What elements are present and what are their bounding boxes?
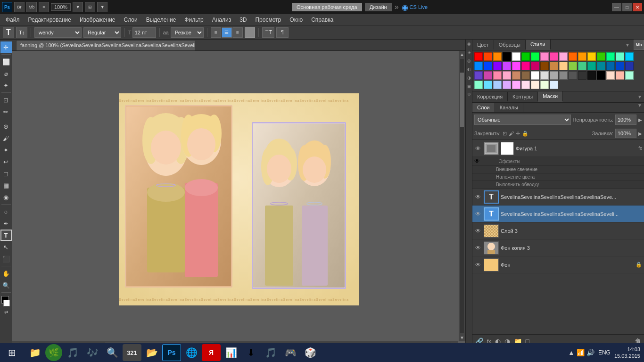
volume-icon[interactable]: 🔊 [586,349,594,356]
tab-contours[interactable]: Контуры [508,92,538,101]
menu-window[interactable]: Окно [286,16,306,24]
swatch-23[interactable] [531,62,539,70]
swatch-4[interactable] [512,52,520,61]
taskbar-presentation[interactable]: 📊 [222,344,240,361]
layer-eye-text2[interactable]: 👁 [474,211,482,217]
taskbar-game1[interactable]: 🎮 [281,344,300,361]
tab-masks[interactable]: Маски [538,91,563,102]
mini-icon-7[interactable]: ⊕ [467,92,471,96]
tab-correction[interactable]: Коррекция [472,92,508,101]
wand-tool[interactable]: ✦ [0,80,12,91]
swatch-17[interactable] [474,62,483,70]
shape-tool[interactable]: ⬛ [0,253,12,264]
menu-file[interactable]: Файл [2,16,24,24]
mini-bridge-icon[interactable]: Mb [26,2,37,12]
move-tool[interactable]: ✛ [0,41,12,53]
scroll-down-arrow[interactable]: ▼ [459,334,465,341]
arrange-dropdown-icon[interactable]: ▼ [97,2,107,12]
swatch-22[interactable] [521,62,530,70]
swatch-48[interactable] [606,71,615,80]
start-button[interactable]: ⊞ [0,343,24,362]
swatch-46[interactable] [587,71,596,80]
time-display[interactable]: 14:03 15.03.2015 [614,346,640,360]
fill-arrow[interactable]: ▶ [638,131,642,136]
menu-help[interactable]: Справка [307,16,337,24]
swatch-47[interactable] [597,71,605,80]
layer-fon[interactable]: 👁 Фон 🔒 [472,256,644,273]
bridge-icon[interactable]: Br [14,2,25,12]
mini-icon-6[interactable]: ▣ [467,84,471,89]
color-picker[interactable] [0,296,12,309]
expand-tray-icon[interactable]: ▲ [568,349,575,356]
menu-filter[interactable]: Фильтр [181,16,207,24]
tab-layers[interactable]: Слои [472,103,495,112]
opacity-arrow[interactable]: ▶ [638,117,642,123]
crop-tool[interactable]: ⊡ [0,94,12,106]
maximize-button[interactable]: □ [622,3,632,11]
v-scroll-thumb[interactable] [460,73,464,127]
swatch-53[interactable] [493,81,502,89]
effect-outer-glow[interactable]: Внешнее свечение [472,166,644,173]
workspace-design-btn[interactable]: Дизайн [365,3,392,11]
swatch-18[interactable] [484,62,492,70]
background-color[interactable] [3,300,10,306]
layer-eye-fon-kopiya3[interactable]: 👁 [474,245,482,251]
swatch-20[interactable] [503,62,511,70]
taskbar-video[interactable]: 321 [123,344,141,361]
swatch-7[interactable] [540,52,549,61]
mini-icon-3[interactable]: ◎ [467,58,471,63]
swatch-26[interactable] [559,62,568,70]
swatch-34[interactable] [474,71,483,80]
swatch-31[interactable] [606,62,615,70]
swatch-35[interactable] [484,71,492,80]
history-tool[interactable]: ↩ [0,156,12,167]
marquee-tool[interactable]: ⬜ [0,56,12,67]
taskbar-explorer[interactable]: 📁 [25,344,44,361]
layer-fon-kopiya3[interactable]: 👁 Фон копия 3 [472,239,644,256]
taskbar-photoshop[interactable]: Ps [162,344,181,361]
swatch-33[interactable] [625,62,634,70]
align-center-btn[interactable]: ☰ [222,27,232,38]
lock-move-icon[interactable]: ✛ [516,131,520,137]
taskbar-itunes[interactable]: 🎵 [261,344,280,361]
swatch-52[interactable] [484,81,492,89]
taskbar-notes[interactable]: 🎶 [83,344,102,361]
swap-colors-icon[interactable]: ⇄ [4,310,8,315]
swatch-41[interactable] [540,71,549,80]
layer-eye-text1[interactable]: 👁 [474,194,482,200]
swatch-58[interactable] [540,81,549,89]
workspace-main-btn[interactable]: Основная рабочая среда [292,3,362,11]
font-style-select[interactable]: Regular [83,27,121,38]
eraser-tool[interactable]: ◻ [0,168,12,179]
lock-all-icon[interactable]: 🔒 [522,131,528,137]
cs-live-icon[interactable]: ◉ CS Live [402,3,428,12]
taskbar-media[interactable]: 🎵 [63,344,82,361]
swatch-38[interactable] [512,71,520,80]
mb-icon[interactable]: Мb [634,40,644,50]
text-color-box[interactable] [245,27,255,38]
swatch-28[interactable] [578,62,586,70]
tab-color[interactable]: Цвет [472,40,494,49]
text-tool[interactable]: T [0,230,12,241]
taskbar-files[interactable]: 📂 [142,344,161,361]
taskbar-download[interactable]: ⬇ [241,344,260,361]
swatch-1[interactable] [484,52,492,61]
swatch-16[interactable] [625,52,634,61]
menu-3d[interactable]: 3D [236,16,250,24]
layer-sloy3[interactable]: 👁 [472,222,644,239]
stamp-tool[interactable]: ✦ [0,144,12,156]
swatch-57[interactable] [531,81,539,89]
swatch-40[interactable] [531,71,539,80]
align-left-btn[interactable]: ≡ [211,27,221,38]
eyedropper-tool[interactable]: ✏ [0,106,12,117]
swatch-3[interactable] [503,52,511,61]
swatch-51[interactable] [474,81,483,89]
swatch-29[interactable] [587,62,596,70]
fill-input[interactable] [615,129,636,138]
swatch-49[interactable] [616,71,624,80]
font-size-input[interactable] [132,27,156,38]
tab-swatches[interactable]: Образцы [494,40,526,49]
workspace-more-icon[interactable]: » [395,3,399,11]
swatch-32[interactable] [616,62,624,70]
tab-channels[interactable]: Каналы [495,103,523,112]
